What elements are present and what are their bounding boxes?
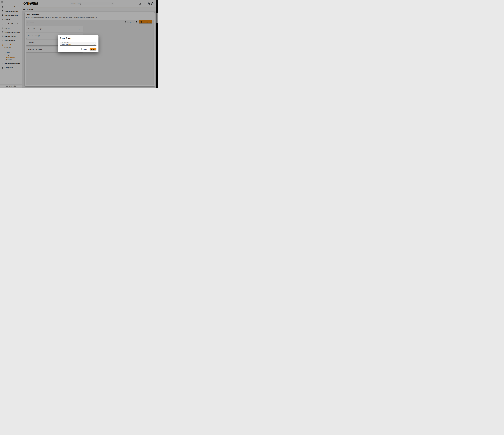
svg-text:A: A [94, 44, 95, 44]
modal-title: Create Group [60, 37, 71, 39]
scrollbar-thumb[interactable] [156, 13, 158, 23]
group-name-input[interactable] [61, 43, 91, 45]
cancel-button[interactable]: Cancel [81, 48, 88, 51]
group-name-field: Enter group name 文 A [60, 42, 97, 45]
modal-actions: Cancel Create [81, 48, 96, 51]
create-group-modal: Create Group Enter group name 文 A Cancel… [58, 35, 99, 52]
right-scrollbar-track [156, 0, 158, 88]
group-name-field-label: Enter group name [61, 42, 69, 43]
create-button[interactable]: Create [90, 48, 96, 51]
translate-icon[interactable]: 文 A [94, 43, 96, 45]
